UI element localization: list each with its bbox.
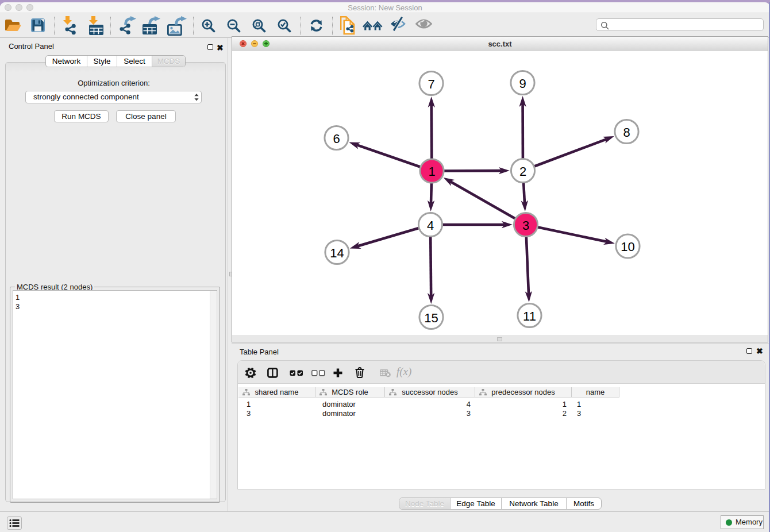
svg-text:3: 3: [522, 218, 529, 233]
svg-text:9: 9: [519, 76, 526, 91]
svg-text:8: 8: [623, 125, 630, 140]
svg-text:15: 15: [424, 311, 438, 325]
svg-text:1: 1: [428, 164, 435, 179]
svg-text:2: 2: [519, 164, 526, 179]
svg-text:10: 10: [621, 240, 634, 254]
svg-text:7: 7: [428, 77, 434, 91]
svg-text:11: 11: [523, 309, 536, 323]
svg-text:4: 4: [427, 218, 434, 233]
svg-text:6: 6: [333, 132, 340, 146]
svg-text:14: 14: [330, 246, 344, 260]
